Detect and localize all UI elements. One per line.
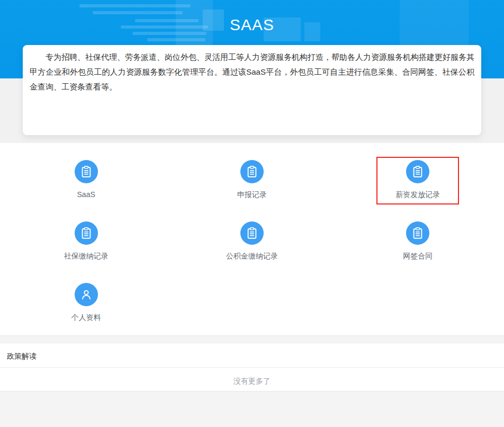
app-icon-circle <box>75 221 98 245</box>
app-item-label: 公积金缴纳记录 <box>226 252 278 261</box>
no-more-text: 没有更多了 <box>0 368 504 386</box>
app-item-saas[interactable]: SaaS <box>45 157 128 204</box>
app-icon-circle <box>75 283 98 306</box>
app-grid: SaaS 申报记录 <box>0 143 504 327</box>
clipboard-icon <box>411 226 425 240</box>
app-item-provident-fund-records[interactable]: 公积金缴纳记录 <box>211 218 293 266</box>
clipboard-icon <box>411 165 425 179</box>
section-divider-strip <box>0 335 504 343</box>
app-icon-circle <box>406 221 429 245</box>
app-item-label: 网签合同 <box>403 252 433 261</box>
app-panel: SaaS 申报记录 <box>0 143 504 335</box>
page: SAAS 专为招聘、社保代理、劳务派遣、岗位外包、灵活用工等人力资源服务机构打造… <box>0 0 504 427</box>
clipboard-icon <box>79 165 93 179</box>
app-item-social-security-records[interactable]: 社保缴纳记录 <box>45 218 128 266</box>
app-item-label: SaaS <box>77 190 95 199</box>
app-item-contract-sign[interactable]: 网签合同 <box>376 218 459 266</box>
app-item-salary-records[interactable]: 薪资发放记录 <box>376 157 459 204</box>
app-icon-circle <box>240 160 264 183</box>
clipboard-icon <box>79 226 93 240</box>
footer-background <box>0 391 504 427</box>
intro-card: 专为招聘、社保代理、劳务派遣、岗位外包、灵活用工等人力资源服务机构打造，帮助各人… <box>23 45 481 135</box>
page-title: SAAS <box>0 0 504 34</box>
app-icon-circle <box>75 160 98 183</box>
user-icon <box>79 288 93 301</box>
app-icon-circle <box>406 160 429 183</box>
clipboard-icon <box>245 226 259 240</box>
policy-section-title: 政策解读 <box>0 343 504 360</box>
intro-text: 专为招聘、社保代理、劳务派遣、岗位外包、灵活用工等人力资源服务机构打造，帮助各人… <box>30 50 474 94</box>
policy-section: 政策解读 没有更多了 <box>0 343 504 391</box>
hero-watermark-line <box>147 38 205 41</box>
app-item-label: 申报记录 <box>237 190 267 199</box>
clipboard-icon <box>245 165 259 179</box>
app-item-label: 个人资料 <box>71 313 101 322</box>
app-item-personal-profile[interactable]: 个人资料 <box>45 280 128 327</box>
app-item-declare-records[interactable]: 申报记录 <box>211 157 293 204</box>
app-item-label: 社保缴纳记录 <box>64 252 109 261</box>
app-icon-circle <box>240 221 264 245</box>
app-item-label: 薪资发放记录 <box>395 190 440 199</box>
